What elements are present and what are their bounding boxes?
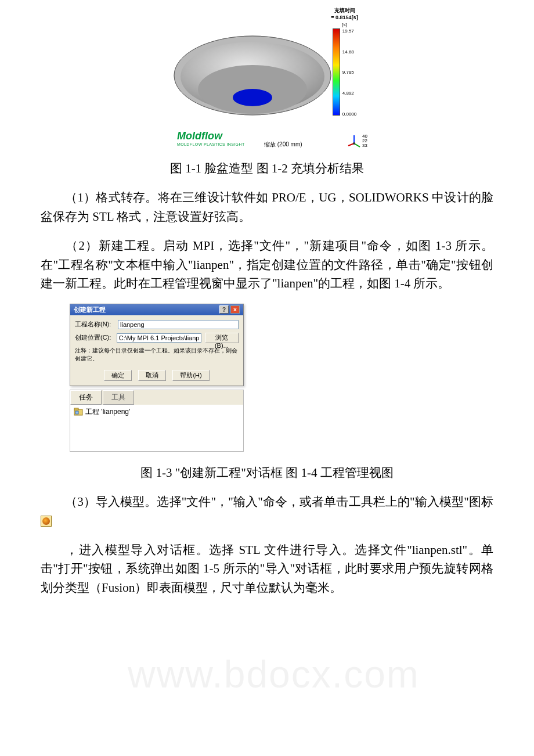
- cancel-button[interactable]: 取消: [138, 370, 166, 381]
- project-tree-row[interactable]: 工程 'lianpeng': [74, 407, 240, 417]
- paragraph-1: （1）格式转存。将在三维设计软件如 PRO/E，UG，SOLIDWORKS 中设…: [41, 188, 493, 226]
- svg-rect-11: [75, 411, 78, 414]
- browse-button[interactable]: 浏览(B)...: [205, 333, 239, 343]
- triad-num: 33: [362, 143, 367, 148]
- help-button[interactable]: 帮助(H): [172, 370, 209, 381]
- legend-ticks: 19.57 14.68 9.785 4.892 0.0000: [340, 28, 356, 117]
- new-project-dialog: 创建新工程 ? × 工程名称(N): 创建位置(C): 浏览(B)... 注释：…: [70, 304, 244, 386]
- svg-rect-10: [74, 408, 78, 410]
- tab-tool[interactable]: 工具: [103, 390, 134, 405]
- project-name-input[interactable]: [118, 320, 239, 329]
- close-icon[interactable]: ×: [230, 305, 240, 314]
- ok-button[interactable]: 确定: [104, 370, 132, 381]
- project-icon: [74, 408, 83, 416]
- create-location-input[interactable]: [117, 333, 201, 343]
- project-name-label: 工程名称(N):: [75, 320, 114, 329]
- create-location-label: 创建位置(C):: [75, 333, 113, 342]
- moldflow-logo: Moldflow MOLDFLOW PLASTICS INSIGHT: [177, 130, 245, 146]
- project-panel: 任务 工具 工程 'lianpeng': [70, 390, 244, 452]
- moldflow-word: Moldflow: [177, 130, 245, 142]
- paragraph-3: （3）导入模型。选择"文件"，"输入"命令，或者单击工具栏上的"输入模型"图标: [41, 492, 493, 530]
- legend-color-bar: [333, 28, 340, 116]
- svg-point-3: [233, 89, 272, 106]
- dialog-title: 创建新工程: [74, 305, 106, 314]
- paragraph-4-text: ，进入模型导入对话框。选择 STL 文件进行导入。选择文件"lianpen.st…: [41, 543, 493, 595]
- svg-point-8: [353, 142, 355, 145]
- paragraph-3-text: （3）导入模型。选择"文件"，"输入"命令，或者单击工具栏上的"输入模型"图标: [65, 495, 493, 509]
- moldflow-subtitle: MOLDFLOW PLASTICS INSIGHT: [177, 142, 245, 146]
- help-icon[interactable]: ?: [219, 305, 229, 314]
- paragraph-1-text: （1）格式转存。将在三维设计软件如 PRO/E，UG，SOLIDWORKS 中设…: [41, 190, 493, 224]
- legend-title-line1: 充填时间: [323, 8, 366, 14]
- dialog-note: 注释：建议每个目录仅创建一个工程。如果该目录不存在，则会创建它。: [75, 347, 239, 363]
- figure-caption-1: 图 1-1 脸盆造型 图 1-2 充填分析结果: [41, 160, 493, 177]
- moldflow-scene: Moldflow MOLDFLOW PLASTICS INSIGHT 缩放 (2…: [165, 6, 369, 151]
- project-tree[interactable]: 工程 'lianpeng': [70, 405, 243, 451]
- dialog-titlebar[interactable]: 创建新工程 ? ×: [70, 304, 243, 315]
- import-model-icon: [41, 516, 52, 527]
- legend-tick: 9.785: [342, 70, 356, 75]
- color-legend: 充填时间 = 0.8154[s] [s] 19.57 14.68 9.785 4…: [323, 8, 366, 117]
- axis-triad: 40 22 33: [347, 134, 367, 148]
- legend-tick: 14.68: [342, 49, 356, 55]
- legend-tick: 0.0000: [342, 111, 356, 117]
- dish-render: [171, 29, 334, 134]
- paragraph-2: （2）新建工程。启动 MPI，选择"文件"，"新建项目"命令，如图 1-3 所示…: [41, 236, 493, 293]
- legend-tick: 19.57: [342, 28, 356, 34]
- legend-unit: [s]: [323, 22, 366, 27]
- project-tree-label: 工程 'lianpeng': [85, 407, 130, 417]
- watermark: www.bdocx.com: [128, 652, 420, 696]
- legend-title-line2: = 0.8154[s]: [323, 15, 366, 21]
- legend-tick: 4.892: [342, 91, 356, 96]
- paragraph-4: ，进入模型导入对话框。选择 STL 文件进行导入。选择文件"lianpen.st…: [41, 541, 493, 597]
- scale-label: 缩放 (200 mm): [264, 141, 302, 149]
- tab-task[interactable]: 任务: [70, 390, 102, 405]
- figure-caption-2: 图 1-3 "创建新工程"对话框 图 1-4 工程管理视图: [41, 465, 493, 481]
- figure-1-2: Moldflow MOLDFLOW PLASTICS INSIGHT 缩放 (2…: [41, 6, 493, 151]
- paragraph-2-text: （2）新建工程。启动 MPI，选择"文件"，"新建项目"命令，如图 1-3 所示…: [41, 239, 493, 290]
